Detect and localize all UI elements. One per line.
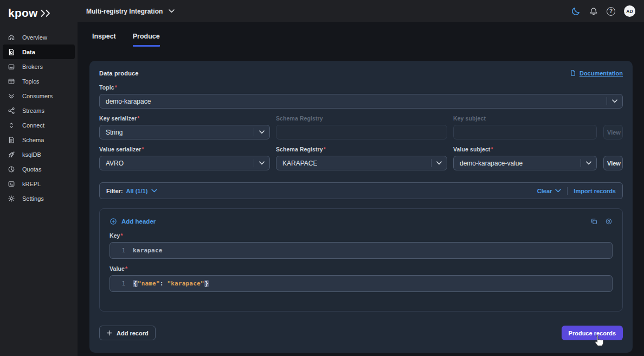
- add-circle-icon: [110, 218, 117, 225]
- user-avatar[interactable]: AD: [624, 5, 635, 17]
- record-value-label: Value*: [110, 265, 613, 272]
- notifications-bell-icon[interactable]: [589, 7, 598, 16]
- record-key-code: karapace: [133, 247, 163, 254]
- brokers-icon: [8, 63, 15, 71]
- connect-icon: [8, 122, 15, 129]
- key-schema-registry-label: Schema Registry: [276, 115, 447, 122]
- record-value-code: {"name": "karapace"}: [133, 280, 209, 287]
- line-number: 1: [110, 280, 125, 287]
- sidebar-item-brokers[interactable]: Brokers: [3, 59, 75, 74]
- divider: [567, 187, 568, 195]
- key-view-button: View: [603, 125, 623, 139]
- value-serializer-label: Value serializer*: [99, 146, 270, 152]
- value-schema-registry-select[interactable]: KARAPACE: [276, 156, 447, 170]
- ksqldb-icon: [8, 151, 15, 158]
- document-icon: [570, 69, 576, 77]
- value-serializer-field: Value serializer* AVRO: [99, 139, 270, 170]
- chevron-down-icon: [259, 161, 265, 165]
- sidebar-item-quotas[interactable]: Quotas: [3, 162, 75, 176]
- sidebar-item-schema[interactable]: Schema: [3, 132, 75, 147]
- topbar-icons: ? AD: [571, 5, 635, 17]
- filter-dropdown[interactable]: All (1/1): [126, 188, 158, 194]
- krepl-icon: [8, 180, 15, 188]
- settings-icon: [8, 195, 15, 202]
- streams-icon: [8, 107, 15, 115]
- topic-select[interactable]: demo-karapace: [99, 94, 623, 109]
- import-records-button[interactable]: Import records: [574, 188, 616, 194]
- value-subject-field: Value subject* demo-karapace-value: [453, 139, 597, 170]
- kpow-logo-icon: [40, 9, 54, 18]
- add-record-button[interactable]: Add record: [99, 326, 156, 340]
- sidebar: kpow Overview Data Brokers Topics Consum…: [0, 0, 78, 356]
- quotas-icon: [8, 166, 15, 173]
- sidebar-item-krepl[interactable]: kREPL: [3, 176, 75, 191]
- key-subject-label: Key subject: [453, 115, 597, 122]
- dark-mode-moon-icon[interactable]: [571, 7, 581, 16]
- sidebar-nav: Overview Data Brokers Topics Consumers S…: [0, 30, 78, 206]
- tab-produce[interactable]: Produce: [133, 33, 160, 47]
- record-value-editor[interactable]: 1 {"name": "karapace"}: [110, 275, 613, 292]
- documentation-link[interactable]: Documentation: [570, 69, 623, 77]
- chevron-down-icon: [612, 99, 617, 103]
- duplicate-record-icon[interactable]: [590, 218, 598, 225]
- chevron-down-icon: [169, 9, 175, 13]
- sidebar-item-overview[interactable]: Overview: [3, 30, 75, 44]
- key-serializer-label: Key serializer*: [99, 115, 270, 122]
- record-key-label: Key*: [110, 232, 613, 239]
- chevron-down-icon: [586, 161, 591, 165]
- key-serializer-select[interactable]: String: [99, 125, 270, 139]
- plus-icon: [106, 330, 112, 336]
- section-title: Data produce: [99, 70, 139, 77]
- value-view-button[interactable]: View: [603, 156, 623, 170]
- environment-selector[interactable]: Multi-registry Integration: [86, 8, 175, 15]
- sidebar-item-ksqldb[interactable]: ksqlDB: [3, 147, 75, 162]
- schema-icon: [8, 136, 15, 144]
- sidebar-item-topics[interactable]: Topics: [3, 74, 75, 88]
- sidebar-item-consumers[interactable]: Consumers: [3, 88, 75, 103]
- environment-label: Multi-registry Integration: [86, 8, 163, 15]
- value-subject-select[interactable]: demo-karapace-value: [453, 156, 597, 170]
- value-subject-label: Value subject*: [453, 146, 597, 152]
- add-header-button[interactable]: Add header: [110, 218, 156, 225]
- clear-button[interactable]: Clear: [537, 188, 562, 194]
- sidebar-item-connect[interactable]: Connect: [3, 118, 75, 132]
- data-produce-card: Data produce Documentation Topic* demo-k…: [89, 61, 633, 353]
- produce-records-button[interactable]: Produce records: [562, 326, 623, 340]
- key-subject-input: [453, 125, 597, 139]
- tab-inspect[interactable]: Inspect: [92, 33, 116, 47]
- record-card: Add header Key* 1 karapace Value* 1 {"na…: [99, 208, 623, 312]
- main-content: Inspect Produce Data produce Documentati…: [78, 22, 644, 356]
- filter-bar: Filter: All (1/1) Clear Import records: [99, 182, 623, 199]
- topic-label: Topic*: [99, 84, 623, 91]
- filter-label: Filter:: [106, 188, 123, 194]
- key-schema-registry-input: [276, 125, 447, 139]
- help-icon[interactable]: ?: [607, 7, 615, 16]
- data-icon: [8, 48, 15, 56]
- chevron-down-icon: [436, 161, 442, 165]
- chevron-down-icon: [259, 130, 265, 134]
- key-subject-field: Key subject: [453, 109, 597, 139]
- chevron-down-icon: [555, 189, 561, 193]
- remove-record-icon[interactable]: [605, 218, 613, 225]
- key-schema-registry-field: Schema Registry: [276, 109, 447, 139]
- consumers-icon: [8, 92, 15, 100]
- sidebar-item-data[interactable]: Data: [3, 44, 75, 59]
- topbar: Multi-registry Integration ? AD: [78, 0, 644, 22]
- value-schema-registry-field: Schema Registry* KARAPACE: [276, 139, 447, 170]
- value-serializer-select[interactable]: AVRO: [99, 156, 270, 170]
- kpow-logo-text: kpow: [8, 7, 37, 20]
- topics-icon: [8, 78, 15, 85]
- tabs: Inspect Produce: [92, 33, 160, 47]
- kpow-logo: kpow: [0, 0, 78, 26]
- record-key-editor[interactable]: 1 karapace: [110, 242, 613, 259]
- key-serializer-field: Key serializer* String: [99, 109, 270, 139]
- home-icon: [8, 34, 15, 41]
- sidebar-item-streams[interactable]: Streams: [3, 103, 75, 118]
- chevron-down-icon: [151, 189, 157, 193]
- line-number: 1: [110, 247, 125, 254]
- value-schema-registry-label: Schema Registry*: [276, 146, 447, 152]
- sidebar-item-settings[interactable]: Settings: [3, 191, 75, 206]
